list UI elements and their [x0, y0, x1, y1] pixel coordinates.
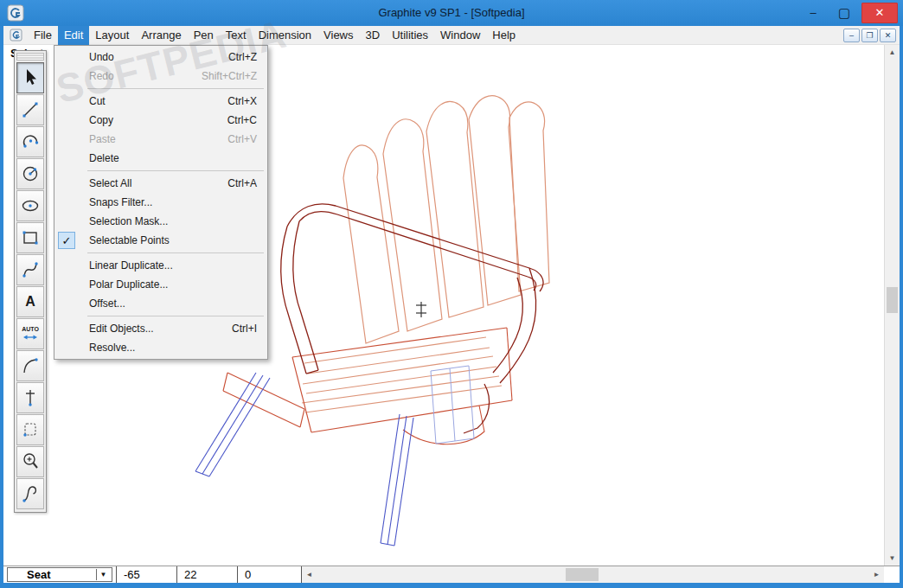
circle-icon — [21, 163, 40, 185]
tool-arc[interactable] — [16, 126, 44, 157]
minimize-button[interactable]: – — [799, 3, 827, 23]
vertical-scrollbar-thumb[interactable] — [887, 287, 898, 313]
tool-line[interactable] — [16, 94, 44, 125]
menu-item-cut[interactable]: Cut Ctrl+X — [54, 92, 267, 111]
tool-chamfer[interactable] — [16, 414, 44, 445]
chamfer-icon — [21, 419, 40, 441]
menu-separator — [87, 170, 264, 171]
menu-item-offset[interactable]: Offset... — [54, 294, 267, 313]
window-title: Graphite v9 SP1 - [Softpedia] — [0, 0, 903, 26]
coordinate-z-field[interactable]: 0 — [237, 566, 301, 583]
perpendicular-icon — [21, 387, 40, 409]
tool-fillet[interactable] — [16, 350, 44, 381]
tool-text[interactable]: A — [16, 286, 44, 317]
scroll-right-icon[interactable]: ► — [869, 566, 884, 583]
zoom-icon — [21, 451, 40, 473]
menu-item-edit-objects[interactable]: Edit Objects... Ctrl+I — [54, 319, 267, 338]
mdi-minimize-button[interactable]: – — [843, 29, 860, 42]
mdi-restore-button[interactable]: ❐ — [861, 29, 878, 42]
menu-pen[interactable]: Pen — [188, 26, 220, 45]
chair-back-slats — [302, 96, 549, 412]
menu-item-undo[interactable]: Undo Ctrl+Z — [54, 48, 267, 67]
rectangle-icon — [21, 227, 40, 249]
scroll-up-icon[interactable]: ▲ — [885, 45, 900, 60]
app-window: Graphite v9 SP1 - [Softpedia] – ▢ ✕ File… — [0, 0, 903, 588]
curve-icon — [21, 483, 40, 505]
chair-arms — [281, 204, 543, 433]
menu-separator — [87, 316, 264, 316]
scroll-left-icon[interactable]: ◄ — [302, 566, 317, 583]
tool-circle[interactable] — [16, 158, 44, 189]
menu-separator — [87, 88, 264, 89]
maximize-button[interactable]: ▢ — [830, 3, 858, 23]
menu-item-polar-duplicate[interactable]: Polar Duplicate... — [54, 275, 267, 294]
coordinate-y-field[interactable]: 22 — [176, 566, 237, 583]
tool-select-arrow[interactable] — [16, 62, 44, 93]
tool-curve[interactable] — [16, 478, 44, 509]
tool-perpendicular[interactable] — [16, 382, 44, 413]
layer-selector-value: Seat — [27, 568, 50, 581]
menu-arrange[interactable]: Arrange — [135, 26, 187, 45]
menu-edit[interactable]: Edit — [58, 26, 89, 45]
menu-item-resolve[interactable]: Resolve... — [54, 338, 267, 357]
menu-window[interactable]: Window — [434, 26, 486, 45]
coordinate-x-field[interactable]: -65 — [116, 566, 176, 583]
mdi-controls: – ❐ ✕ — [843, 29, 896, 42]
tool-ellipse[interactable] — [16, 190, 44, 221]
scroll-down-icon[interactable]: ▼ — [885, 551, 900, 566]
arc-icon — [21, 131, 40, 153]
menu-dimension[interactable]: Dimension — [253, 26, 317, 45]
document-icon — [10, 29, 22, 42]
menu-item-select-all[interactable]: Select All Ctrl+A — [54, 174, 267, 193]
chair-front-legs — [195, 373, 413, 546]
fillet-icon — [21, 355, 40, 377]
menu-item-paste[interactable]: Paste Ctrl+V — [54, 130, 267, 149]
spline-icon — [21, 259, 40, 281]
menu-file[interactable]: File — [28, 26, 58, 45]
tool-spline[interactable] — [16, 254, 44, 285]
menu-separator — [87, 252, 264, 253]
dropdown-arrow-icon[interactable]: ▼ — [96, 569, 110, 580]
menu-item-selectable-points[interactable]: ✓ Selectable Points — [54, 231, 267, 250]
tool-rectangle[interactable] — [16, 222, 44, 253]
statusbar: Seat ▼ -65 22 0 ◄ ► — [3, 566, 900, 583]
layer-selector[interactable]: Seat ▼ — [7, 567, 112, 582]
vertical-scrollbar[interactable]: ▲ ▼ — [884, 45, 900, 566]
horizontal-scrollbar[interactable]: ◄ ► — [301, 566, 884, 583]
menu-item-linear-duplicate[interactable]: Linear Duplicate... — [54, 256, 267, 275]
menu-item-redo[interactable]: Redo Shift+Ctrl+Z — [54, 67, 267, 86]
titlebar[interactable]: Graphite v9 SP1 - [Softpedia] – ▢ ✕ — [0, 0, 903, 26]
edit-dropdown-menu: Undo Ctrl+Z Redo Shift+Ctrl+Z Cut Ctrl+X… — [54, 45, 268, 360]
menu-item-snaps-filter[interactable]: Snaps Filter... — [54, 193, 267, 212]
mdi-close-button[interactable]: ✕ — [880, 29, 896, 42]
line-icon — [21, 99, 40, 121]
tool-palette: A AUTO — [14, 50, 47, 513]
menu-item-selection-mask[interactable]: Selection Mask... — [54, 212, 267, 231]
chair-hidden-lines — [431, 366, 474, 444]
menu-views[interactable]: Views — [317, 26, 359, 45]
checkmark-icon: ✓ — [58, 232, 75, 249]
svg-text:AUTO: AUTO — [22, 326, 39, 332]
menu-text[interactable]: Text — [220, 26, 253, 45]
menu-layout[interactable]: Layout — [89, 26, 135, 45]
svg-text:A: A — [25, 294, 35, 309]
menubar: File Edit Layout Arrange Pen Text Dimens… — [3, 26, 900, 45]
palette-grip[interactable] — [16, 53, 44, 61]
tool-auto-dimension[interactable]: AUTO — [16, 318, 44, 349]
ellipse-icon — [21, 195, 40, 217]
crosshair-cursor — [416, 302, 426, 317]
tool-zoom[interactable] — [16, 446, 44, 477]
select-arrow-icon — [21, 67, 40, 89]
menu-help[interactable]: Help — [486, 26, 522, 45]
close-button[interactable]: ✕ — [861, 3, 898, 23]
text-tool-icon: A — [21, 291, 40, 313]
horizontal-scrollbar-thumb[interactable] — [566, 568, 599, 581]
menu-item-delete[interactable]: Delete — [54, 149, 267, 168]
auto-dimension-icon: AUTO — [21, 323, 40, 345]
menu-utilities[interactable]: Utilities — [386, 26, 434, 45]
menu-item-copy[interactable]: Copy Ctrl+C — [54, 111, 267, 130]
menu-3d[interactable]: 3D — [360, 26, 387, 45]
